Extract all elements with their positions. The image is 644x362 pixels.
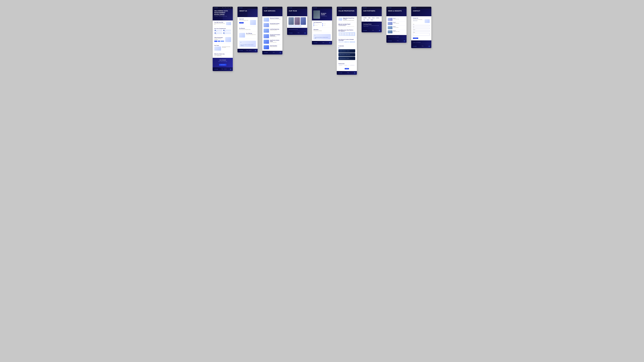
team-linkedin-icon[interactable]: [304, 32, 306, 33]
contact-email: info@bi-concepts.ch: [413, 20, 424, 21]
about-footer-link-1[interactable]: Privacy: [246, 50, 248, 51]
partner-fivetran: Fivetran: [372, 17, 375, 18]
news-nav-logo: bi.concepts: [388, 7, 392, 8]
contact-footer-link-1[interactable]: Privacy: [422, 46, 424, 46]
about-approach-title: Approach: [239, 18, 256, 19]
nav-team[interactable]: Team: [228, 7, 228, 8]
home-value-row: Value Proposition Proven ROI through dat…: [214, 37, 231, 42]
home-team-row: Experienced professionals with deep doma…: [214, 46, 231, 51]
about-hero: ABOUT US: [238, 9, 258, 17]
news-article-3: Article 3 Sed do eiusmod tempor: [388, 26, 405, 30]
home-clients-testimonials: ★★★★★ "Excellent results" ★★★★★ "Highly …: [214, 55, 231, 56]
value-linkedin-icon[interactable]: [354, 72, 355, 73]
contact-email-field-wrapper: Email: [413, 27, 430, 29]
service-engineering-desc: Data pipeline and infrastructure: [270, 30, 279, 30]
nav-contact[interactable]: Contact: [230, 7, 232, 8]
news-footer-link-1[interactable]: Privacy: [397, 40, 399, 41]
person-footer: bi.concepts Privacy: [312, 41, 332, 44]
news-desc-2: Consectetur adipiscing elit: [393, 23, 399, 24]
team-page: bi.concepts OUR TEAM bi.concepts bi.conc…: [287, 7, 307, 35]
testimonials-more-btn[interactable]: Read More: [345, 68, 349, 69]
home-hero-sub: bi.concepts — Your trusted partner in da…: [214, 16, 231, 16]
contact-linkedin-icon[interactable]: [429, 46, 430, 47]
partners-nav-logo: bi.concepts: [363, 7, 366, 8]
nav-services[interactable]: Services: [224, 7, 226, 8]
services-hero-text: OUR SERVICES: [262, 9, 282, 13]
home-team-image: [214, 46, 221, 51]
cred-dot-2[interactable]: [340, 48, 340, 48]
quote-mark: ": [240, 42, 254, 44]
about-offering-text: Comprehensive data management services.: [246, 34, 256, 35]
person-nav-logo: bi.concepts: [313, 7, 317, 8]
news-img-2: [388, 22, 392, 25]
partners-linkedin-icon[interactable]: [379, 30, 380, 31]
team-tag-2: bi.concepts: [293, 25, 297, 27]
value-footer-links: Privacy: [347, 72, 349, 73]
news-article-2: Article 2 Consectetur adipiscing elit: [388, 21, 405, 26]
etl-card-3: Load: [350, 41, 355, 42]
nav-about[interactable]: About: [222, 7, 224, 8]
about-footer-link-2[interactable]: Impressum: [249, 50, 252, 51]
about-offering-section: Our Offering Comprehensive data manageme…: [238, 31, 258, 39]
partners-footer-link-1[interactable]: Privacy: [372, 30, 374, 31]
services-linkedin-icon[interactable]: [280, 52, 281, 53]
value-credentials-title: Credentials: [338, 45, 355, 46]
person-education-text: MSc Computer Science, ETH Zurich: [314, 30, 330, 31]
about-approach-text: Our proven methodology delivers results.: [239, 20, 249, 21]
about-quote-text: Data is the foundation of modern enterpr…: [240, 44, 254, 46]
service-architect-title: Principal Data Architect: [270, 23, 280, 24]
services-footer-link-1[interactable]: Privacy: [273, 52, 274, 53]
value-footer-link-1[interactable]: Privacy: [347, 72, 349, 73]
about-quote: " Data is the foundation of modern enter…: [239, 41, 256, 47]
contact-footer: bi.concepts Privacy: [411, 44, 431, 48]
contact-message-label: Message: [413, 32, 430, 33]
home-footer-social: [230, 69, 231, 70]
contact-nav: bi.concepts: [411, 7, 431, 9]
person-footer-link-1[interactable]: Privacy: [322, 42, 324, 43]
services-footer: bi.concepts Privacy: [262, 51, 282, 54]
person-nav: bi.concepts: [312, 7, 332, 9]
tech-node-6: Monitor: [350, 34, 354, 35]
person-experiences-content: Data Platform Architecture Cloud Migrati…: [314, 23, 330, 26]
linkedin-icon[interactable]: [230, 69, 231, 70]
footer-link-impressum[interactable]: Impressum: [224, 69, 227, 69]
contact-name-input[interactable]: [413, 25, 430, 26]
home-client-2: ★★★★★ "Highly recommended": [214, 56, 231, 56]
service-discovery-icon: [264, 17, 269, 22]
news-desc-3: Sed do eiusmod tempor: [393, 27, 398, 28]
service-architect-icon: [264, 23, 269, 27]
value-it-text-col: What Role Should Your IT Play? Strategic…: [343, 17, 355, 21]
home-hero: DELIVERING DATA MANAGEMENT EXCELLENCE bi…: [213, 9, 233, 20]
service-value-desc: Measurable business outcomes: [270, 46, 277, 47]
person-linkedin-icon[interactable]: [330, 42, 330, 43]
service-analytics: Principal Visual Analytics Engineering B…: [264, 33, 281, 39]
experiences-grid: Data Platform Architecture Cloud Migrati…: [314, 23, 330, 26]
news-title-3: Article 3: [393, 26, 398, 27]
news-linkedin-icon[interactable]: [404, 40, 405, 41]
contact-email-input[interactable]: [413, 28, 430, 29]
value-bar-1: [214, 40, 217, 42]
about-offering-image: [239, 33, 245, 37]
team-photos-section: bi.concepts bi.concepts bi.concepts: [287, 16, 307, 28]
news-text-3: Article 3 Sed do eiusmod tempor: [393, 26, 398, 29]
home-value-title: Value Proposition: [214, 37, 224, 38]
cred-dot-1[interactable]: [338, 48, 339, 48]
home-nav: bi.concepts About Services Team Contact: [213, 7, 233, 9]
value-footer-social: [354, 72, 355, 73]
footer-link-privacy[interactable]: Privacy: [222, 69, 223, 69]
team-nav-logo: bi.concepts: [288, 7, 292, 8]
value-platform-diagram: Ingest Store Process Serve Govern Monito…: [338, 32, 355, 36]
home-connect-btn-wrapper: Let's Connect: [215, 63, 231, 66]
contact-message-input[interactable]: [413, 33, 430, 36]
about-linkedin-icon[interactable]: [255, 50, 256, 51]
lets-connect-button[interactable]: Let's Connect: [219, 64, 226, 66]
news-articles: Article 1 Lorem ipsum dolor sit amet Art…: [386, 16, 406, 35]
contact-name-field-wrapper: Name: [413, 24, 430, 26]
contact-company-input[interactable]: [413, 30, 430, 32]
team-footer-link-1[interactable]: Privacy: [298, 32, 299, 33]
news-img-1: [388, 18, 392, 21]
value-etl-section: Turn Extract & Load to Strategic Advanta…: [337, 37, 357, 44]
home-connect-text: Ready to transform your data strategy?: [215, 61, 231, 62]
about-approach-btn[interactable]: Learn More: [239, 22, 244, 23]
contact-send-button[interactable]: Send Message: [413, 37, 418, 39]
